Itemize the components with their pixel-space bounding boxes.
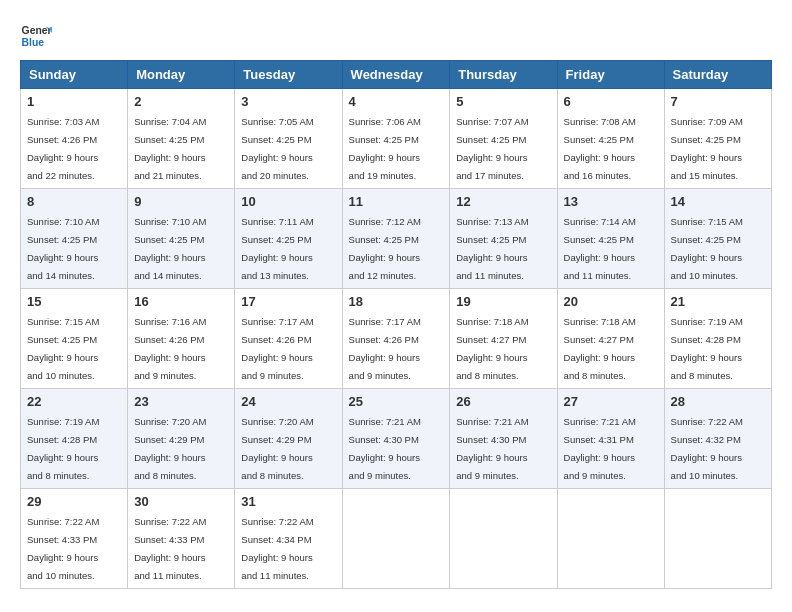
day-info: Sunrise: 7:05 AM Sunset: 4:25 PM Dayligh… (241, 116, 313, 181)
calendar-day-cell: 22 Sunrise: 7:19 AM Sunset: 4:28 PM Dayl… (21, 389, 128, 489)
day-info: Sunrise: 7:21 AM Sunset: 4:30 PM Dayligh… (349, 416, 421, 481)
day-info: Sunrise: 7:07 AM Sunset: 4:25 PM Dayligh… (456, 116, 528, 181)
calendar-day-cell: 3 Sunrise: 7:05 AM Sunset: 4:25 PM Dayli… (235, 89, 342, 189)
day-number: 14 (671, 194, 765, 209)
calendar-day-cell: 17 Sunrise: 7:17 AM Sunset: 4:26 PM Dayl… (235, 289, 342, 389)
day-info: Sunrise: 7:11 AM Sunset: 4:25 PM Dayligh… (241, 216, 313, 281)
day-number: 21 (671, 294, 765, 309)
day-info: Sunrise: 7:10 AM Sunset: 4:25 PM Dayligh… (27, 216, 99, 281)
day-number: 7 (671, 94, 765, 109)
calendar-day-cell: 5 Sunrise: 7:07 AM Sunset: 4:25 PM Dayli… (450, 89, 557, 189)
day-number: 5 (456, 94, 550, 109)
calendar-day-cell: 9 Sunrise: 7:10 AM Sunset: 4:25 PM Dayli… (128, 189, 235, 289)
day-info: Sunrise: 7:06 AM Sunset: 4:25 PM Dayligh… (349, 116, 421, 181)
day-number: 13 (564, 194, 658, 209)
calendar-day-header: Saturday (664, 61, 771, 89)
calendar-day-cell (342, 489, 450, 589)
calendar-day-cell: 11 Sunrise: 7:12 AM Sunset: 4:25 PM Dayl… (342, 189, 450, 289)
day-info: Sunrise: 7:09 AM Sunset: 4:25 PM Dayligh… (671, 116, 743, 181)
calendar-day-cell: 20 Sunrise: 7:18 AM Sunset: 4:27 PM Dayl… (557, 289, 664, 389)
day-number: 20 (564, 294, 658, 309)
calendar-day-cell: 13 Sunrise: 7:14 AM Sunset: 4:25 PM Dayl… (557, 189, 664, 289)
calendar-day-cell: 16 Sunrise: 7:16 AM Sunset: 4:26 PM Dayl… (128, 289, 235, 389)
day-info: Sunrise: 7:17 AM Sunset: 4:26 PM Dayligh… (349, 316, 421, 381)
svg-text:General: General (22, 25, 52, 36)
day-info: Sunrise: 7:03 AM Sunset: 4:26 PM Dayligh… (27, 116, 99, 181)
calendar-day-header: Friday (557, 61, 664, 89)
day-info: Sunrise: 7:04 AM Sunset: 4:25 PM Dayligh… (134, 116, 206, 181)
calendar-day-cell: 7 Sunrise: 7:09 AM Sunset: 4:25 PM Dayli… (664, 89, 771, 189)
svg-text:Blue: Blue (22, 37, 45, 48)
calendar-day-cell: 23 Sunrise: 7:20 AM Sunset: 4:29 PM Dayl… (128, 389, 235, 489)
day-number: 12 (456, 194, 550, 209)
calendar-week-row: 29 Sunrise: 7:22 AM Sunset: 4:33 PM Dayl… (21, 489, 772, 589)
day-info: Sunrise: 7:13 AM Sunset: 4:25 PM Dayligh… (456, 216, 528, 281)
day-number: 6 (564, 94, 658, 109)
day-number: 27 (564, 394, 658, 409)
day-number: 22 (27, 394, 121, 409)
calendar-day-cell: 18 Sunrise: 7:17 AM Sunset: 4:26 PM Dayl… (342, 289, 450, 389)
calendar-week-row: 1 Sunrise: 7:03 AM Sunset: 4:26 PM Dayli… (21, 89, 772, 189)
day-number: 28 (671, 394, 765, 409)
day-info: Sunrise: 7:15 AM Sunset: 4:25 PM Dayligh… (671, 216, 743, 281)
calendar-day-header: Wednesday (342, 61, 450, 89)
calendar-day-cell: 28 Sunrise: 7:22 AM Sunset: 4:32 PM Dayl… (664, 389, 771, 489)
day-info: Sunrise: 7:22 AM Sunset: 4:34 PM Dayligh… (241, 516, 313, 581)
calendar-day-cell: 2 Sunrise: 7:04 AM Sunset: 4:25 PM Dayli… (128, 89, 235, 189)
calendar-day-cell: 12 Sunrise: 7:13 AM Sunset: 4:25 PM Dayl… (450, 189, 557, 289)
calendar-day-cell: 31 Sunrise: 7:22 AM Sunset: 4:34 PM Dayl… (235, 489, 342, 589)
day-number: 30 (134, 494, 228, 509)
day-number: 9 (134, 194, 228, 209)
day-number: 8 (27, 194, 121, 209)
calendar-day-header: Thursday (450, 61, 557, 89)
day-info: Sunrise: 7:16 AM Sunset: 4:26 PM Dayligh… (134, 316, 206, 381)
calendar-day-cell: 6 Sunrise: 7:08 AM Sunset: 4:25 PM Dayli… (557, 89, 664, 189)
day-info: Sunrise: 7:10 AM Sunset: 4:25 PM Dayligh… (134, 216, 206, 281)
calendar-day-cell: 4 Sunrise: 7:06 AM Sunset: 4:25 PM Dayli… (342, 89, 450, 189)
day-number: 19 (456, 294, 550, 309)
calendar-day-header: Sunday (21, 61, 128, 89)
day-number: 3 (241, 94, 335, 109)
calendar-week-row: 22 Sunrise: 7:19 AM Sunset: 4:28 PM Dayl… (21, 389, 772, 489)
calendar-day-cell: 14 Sunrise: 7:15 AM Sunset: 4:25 PM Dayl… (664, 189, 771, 289)
calendar-day-cell: 10 Sunrise: 7:11 AM Sunset: 4:25 PM Dayl… (235, 189, 342, 289)
day-number: 31 (241, 494, 335, 509)
day-number: 23 (134, 394, 228, 409)
logo-icon: General Blue (20, 20, 52, 52)
day-info: Sunrise: 7:14 AM Sunset: 4:25 PM Dayligh… (564, 216, 636, 281)
day-number: 29 (27, 494, 121, 509)
day-info: Sunrise: 7:20 AM Sunset: 4:29 PM Dayligh… (134, 416, 206, 481)
day-number: 24 (241, 394, 335, 409)
calendar-day-cell: 25 Sunrise: 7:21 AM Sunset: 4:30 PM Dayl… (342, 389, 450, 489)
calendar-week-row: 8 Sunrise: 7:10 AM Sunset: 4:25 PM Dayli… (21, 189, 772, 289)
calendar-day-cell: 21 Sunrise: 7:19 AM Sunset: 4:28 PM Dayl… (664, 289, 771, 389)
day-number: 16 (134, 294, 228, 309)
day-info: Sunrise: 7:18 AM Sunset: 4:27 PM Dayligh… (564, 316, 636, 381)
day-number: 17 (241, 294, 335, 309)
calendar-day-cell: 24 Sunrise: 7:20 AM Sunset: 4:29 PM Dayl… (235, 389, 342, 489)
day-info: Sunrise: 7:22 AM Sunset: 4:32 PM Dayligh… (671, 416, 743, 481)
day-info: Sunrise: 7:17 AM Sunset: 4:26 PM Dayligh… (241, 316, 313, 381)
calendar-day-cell: 30 Sunrise: 7:22 AM Sunset: 4:33 PM Dayl… (128, 489, 235, 589)
day-info: Sunrise: 7:22 AM Sunset: 4:33 PM Dayligh… (27, 516, 99, 581)
day-number: 26 (456, 394, 550, 409)
page-header: General Blue (20, 20, 772, 52)
day-number: 25 (349, 394, 444, 409)
day-info: Sunrise: 7:21 AM Sunset: 4:30 PM Dayligh… (456, 416, 528, 481)
calendar-day-cell: 8 Sunrise: 7:10 AM Sunset: 4:25 PM Dayli… (21, 189, 128, 289)
calendar-day-cell: 29 Sunrise: 7:22 AM Sunset: 4:33 PM Dayl… (21, 489, 128, 589)
calendar-header-row: SundayMondayTuesdayWednesdayThursdayFrid… (21, 61, 772, 89)
day-info: Sunrise: 7:20 AM Sunset: 4:29 PM Dayligh… (241, 416, 313, 481)
day-number: 18 (349, 294, 444, 309)
day-info: Sunrise: 7:12 AM Sunset: 4:25 PM Dayligh… (349, 216, 421, 281)
day-info: Sunrise: 7:08 AM Sunset: 4:25 PM Dayligh… (564, 116, 636, 181)
day-info: Sunrise: 7:19 AM Sunset: 4:28 PM Dayligh… (27, 416, 99, 481)
calendar-day-cell (450, 489, 557, 589)
calendar-body: 1 Sunrise: 7:03 AM Sunset: 4:26 PM Dayli… (21, 89, 772, 589)
calendar-day-header: Tuesday (235, 61, 342, 89)
day-number: 1 (27, 94, 121, 109)
day-info: Sunrise: 7:18 AM Sunset: 4:27 PM Dayligh… (456, 316, 528, 381)
calendar-day-cell: 1 Sunrise: 7:03 AM Sunset: 4:26 PM Dayli… (21, 89, 128, 189)
day-number: 11 (349, 194, 444, 209)
day-number: 10 (241, 194, 335, 209)
